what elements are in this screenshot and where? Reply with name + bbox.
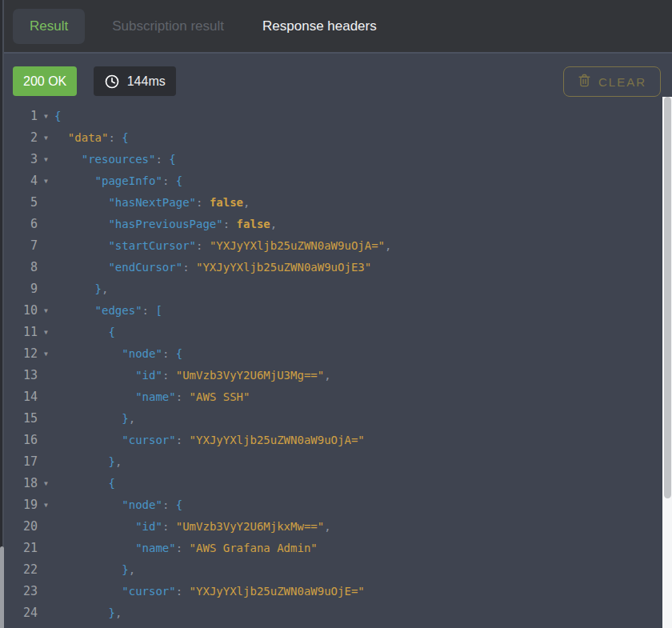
code-line: 16 "cursor": "YXJyYXljb25uZWN0aW9uOjA=" (0, 430, 672, 451)
fold-gutter-empty (38, 192, 54, 214)
fold-gutter-empty (38, 408, 54, 430)
clock-icon (104, 74, 120, 90)
code-line: 11▼ { (0, 322, 672, 343)
result-scrollbar-track[interactable] (662, 97, 672, 628)
fold-gutter-empty (38, 257, 54, 278)
code-text: "node": { (54, 494, 672, 516)
fold-chevron-down-icon[interactable]: ▼ (38, 322, 54, 343)
line-number: 9 (0, 278, 38, 300)
code-line: 20 "id": "UmVzb3VyY2U6MjkxMw==", (0, 516, 672, 538)
left-pane-scrollbar-thumb[interactable] (0, 546, 4, 628)
code-text: "resources": { (54, 149, 672, 170)
fold-gutter-empty (38, 365, 54, 386)
tab-result[interactable]: Result (13, 9, 85, 44)
fold-gutter-empty (38, 214, 54, 235)
result-tabbar: Result Subscription result Response head… (0, 0, 672, 54)
code-line: 8 "endCursor": "YXJyYXljb25uZWN0aW9uOjE3… (0, 257, 672, 278)
code-text: "node": { (54, 343, 672, 365)
line-number: 19 (0, 494, 38, 516)
line-number: 16 (0, 430, 38, 451)
code-text: "cursor": "YXJyYXljb25uZWN0aW9uOjE=" (54, 581, 672, 602)
code-text: "id": "UmVzb3VyY2U6MjkxMw==", (54, 516, 672, 538)
line-number: 8 (0, 257, 38, 278)
code-line: 9 }, (0, 278, 672, 300)
code-line: 21 "name": "AWS Grafana Admin" (0, 538, 672, 559)
fold-chevron-down-icon[interactable]: ▼ (38, 149, 54, 170)
line-number: 22 (0, 559, 38, 581)
line-number: 17 (0, 451, 38, 473)
code-line: 6 "hasPreviousPage": false, (0, 214, 672, 235)
code-text: }, (54, 408, 672, 430)
fold-chevron-down-icon[interactable]: ▼ (38, 473, 54, 494)
code-line: 23 "cursor": "YXJyYXljb25uZWN0aW9uOjE=" (0, 581, 672, 602)
line-number: 3 (0, 149, 38, 170)
code-text: "hasPreviousPage": false, (54, 214, 672, 235)
line-number: 10 (0, 300, 38, 322)
code-line: 1▼{ (0, 106, 672, 127)
code-text: "hasNextPage": false, (54, 192, 672, 214)
status-badge: 200 OK (13, 66, 77, 96)
fold-gutter-empty (38, 581, 54, 602)
line-number: 14 (0, 386, 38, 408)
fold-gutter-empty (38, 451, 54, 473)
code-line: 22 }, (0, 559, 672, 581)
code-text: }, (54, 602, 672, 624)
code-text: "cursor": "YXJyYXljb25uZWN0aW9uOjA=" (54, 430, 672, 451)
line-number: 21 (0, 538, 38, 559)
line-number: 4 (0, 170, 38, 192)
fold-chevron-down-icon[interactable]: ▼ (38, 170, 54, 192)
line-number: 13 (0, 365, 38, 386)
tab-response-headers[interactable]: Response headers (262, 18, 377, 34)
line-number: 12 (0, 343, 38, 365)
line-number: 2 (0, 127, 38, 149)
code-text: }, (54, 451, 672, 473)
fold-gutter-empty (38, 538, 54, 559)
code-line: 12▼ "node": { (0, 343, 672, 365)
code-line: 3▼ "resources": { (0, 149, 672, 170)
line-number: 11 (0, 322, 38, 343)
result-scrollbar-thumb[interactable] (664, 97, 671, 498)
code-line: 14 "name": "AWS SSH" (0, 386, 672, 408)
code-text: "endCursor": "YXJyYXljb25uZWN0aW9uOjE3" (54, 257, 672, 278)
line-number: 24 (0, 602, 38, 624)
line-number: 6 (0, 214, 38, 235)
fold-gutter-empty (38, 559, 54, 581)
line-number: 23 (0, 581, 38, 602)
fold-gutter-empty (38, 386, 54, 408)
line-number: 7 (0, 235, 38, 257)
line-number: 20 (0, 516, 38, 538)
code-text: }, (54, 559, 672, 581)
code-text: "name": "AWS Grafana Admin" (54, 538, 672, 559)
clear-button[interactable]: CLEAR (563, 66, 661, 97)
fold-chevron-down-icon[interactable]: ▼ (38, 106, 54, 127)
result-editor[interactable]: 1▼{2▼ "data": {3▼ "resources": {4▼ "page… (0, 100, 672, 624)
fold-chevron-down-icon[interactable]: ▼ (38, 343, 54, 365)
fold-gutter-empty (38, 516, 54, 538)
clear-button-label: CLEAR (598, 75, 646, 89)
fold-chevron-down-icon[interactable]: ▼ (38, 127, 54, 149)
fold-gutter-empty (38, 235, 54, 257)
code-text: "pageInfo": { (54, 170, 672, 192)
fold-gutter-empty (38, 602, 54, 624)
code-text: { (54, 106, 672, 127)
response-time-badge: 144ms (94, 66, 176, 96)
code-line: 15 }, (0, 408, 672, 430)
fold-chevron-down-icon[interactable]: ▼ (38, 494, 54, 516)
code-text: "data": { (54, 127, 672, 149)
tab-subscription-result[interactable]: Subscription result (112, 18, 224, 34)
pane-divider-line (2, 0, 4, 628)
code-text: { (54, 322, 672, 343)
code-line: 19▼ "node": { (0, 494, 672, 516)
code-text: { (54, 473, 672, 494)
code-text: "edges": [ (54, 300, 672, 322)
line-number: 5 (0, 192, 38, 214)
status-bar: 200 OK 144ms CLEAR (0, 54, 672, 100)
trash-icon (578, 73, 591, 90)
code-line: 2▼ "data": { (0, 127, 672, 149)
fold-gutter-empty (38, 430, 54, 451)
code-text: "name": "AWS SSH" (54, 386, 672, 408)
line-number: 1 (0, 106, 38, 127)
code-text: }, (54, 278, 672, 300)
fold-gutter-empty (38, 278, 54, 300)
fold-chevron-down-icon[interactable]: ▼ (38, 300, 54, 322)
